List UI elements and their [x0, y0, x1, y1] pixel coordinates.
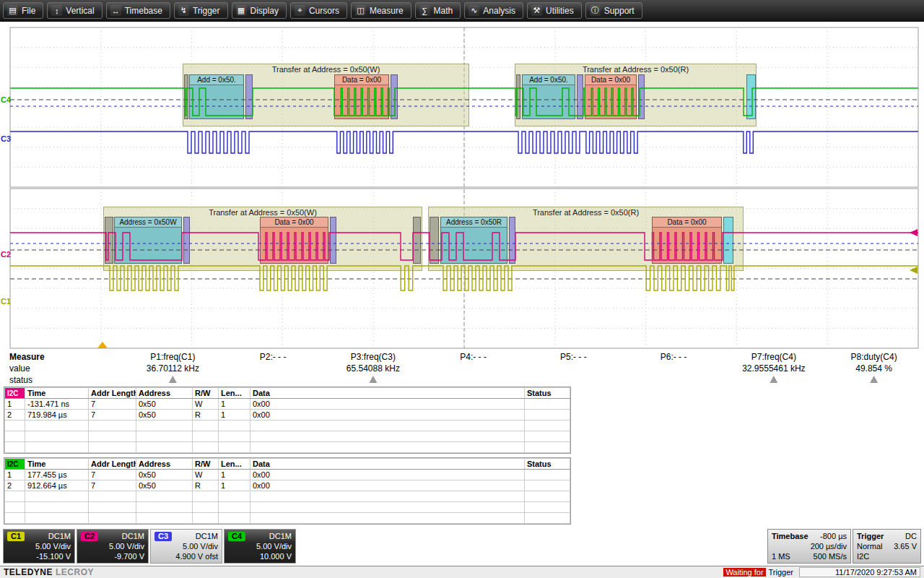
column-header: Address [136, 388, 193, 399]
bus-badge-i2c: I2C [5, 459, 25, 469]
acquisition-status-text: Trigger [769, 568, 793, 577]
decode-cell: 7 [89, 410, 136, 420]
measure-param-2[interactable]: P2:- - - [223, 352, 323, 362]
menu-file-button[interactable]: ▤File [3, 2, 43, 19]
measure-param-6[interactable]: P6:- - - [624, 352, 724, 362]
trace-label-c2[interactable]: C2 [1, 250, 11, 259]
decode-cell [250, 420, 525, 431]
column-header: Len... [219, 388, 250, 399]
timebase-summary[interactable]: Timebase -800 µs 200 µs/div 1 MS 500 MS/… [767, 529, 851, 564]
channel-descriptor-c2[interactable]: C2DC1M5.00 V/div-9.700 V [77, 529, 149, 564]
decode-cell [89, 442, 136, 453]
decode-cell [25, 491, 89, 502]
c1-level-arrow [910, 267, 918, 274]
menu-label: File [22, 6, 35, 16]
acquisition-status-highlight: Waiting for [723, 568, 765, 577]
decode-cell: W [193, 470, 219, 480]
decode-row-empty [5, 431, 570, 442]
decode-cell [89, 513, 136, 524]
measure-status [123, 375, 223, 385]
decode-cell [5, 431, 25, 442]
decode-cell [89, 420, 136, 431]
decode-cell: 719.984 µs [25, 410, 89, 420]
decode-cell: R [193, 410, 219, 420]
timebase-samples: 1 MS [772, 551, 790, 561]
measure-param-7[interactable]: P7:freq(C4) [724, 352, 824, 362]
measure-name-row: MeasureP1:freq(C1)P2:- - -P3:freq(C3)P4:… [0, 351, 924, 363]
menu-label: Analysis [483, 6, 515, 16]
trace-label-c4[interactable]: C4 [1, 95, 11, 104]
menu-label: Measure [370, 6, 404, 16]
decode-row[interactable]: 2719.984 µs70x50R10x00 [5, 410, 570, 420]
decode-cell: -131.471 ns [25, 399, 89, 410]
menu-display-button[interactable]: ▦Display [232, 2, 287, 19]
decode-cell: 0x00 [250, 399, 525, 410]
decode-cell [89, 502, 136, 513]
waveform-display[interactable]: Transfer at Address = 0x50(W) Add = 0x50… [0, 22, 924, 352]
decode-cell: 7 [89, 470, 136, 480]
decode-cell [5, 442, 25, 453]
scale-label: 5.00 V/div [7, 541, 71, 551]
menu-support-button[interactable]: ⓘSupport [585, 2, 642, 19]
warning-icon [369, 376, 377, 383]
decode-cell: 1 [219, 480, 250, 491]
math-icon: ∑ [419, 5, 430, 16]
decode-cell [525, 491, 570, 502]
trigger-source: I2C [857, 551, 869, 561]
decode-row[interactable]: 1-131.471 ns70x50W10x00 [5, 399, 570, 410]
bus-badge-i2c: I2C [5, 388, 25, 398]
trigger-summary[interactable]: Trigger DC Normal 3.65 V I2C [853, 529, 921, 564]
channel-descriptor-c4[interactable]: C4DC1M5.00 V/div10.000 V [224, 529, 296, 564]
decode-cell [250, 502, 525, 513]
decode-cell [193, 491, 219, 502]
decode-cell: 0x50 [136, 410, 193, 420]
trigger-mode: Normal [857, 541, 882, 551]
decode-row-empty [5, 491, 570, 502]
decode-cell [250, 491, 525, 502]
menu-vertical-button[interactable]: ↕Vertical [47, 2, 102, 19]
timebase-samplerate: 500 MS/s [814, 551, 847, 561]
decode-cell: 1 [5, 399, 25, 410]
offset-label: -9.700 V [81, 551, 144, 561]
decode-row[interactable]: 1177.455 µs70x50W10x00 [5, 470, 570, 480]
decode-cell: 0x00 [250, 410, 525, 420]
measure-readout: MeasureP1:freq(C1)P2:- - -P3:freq(C3)P4:… [0, 351, 924, 386]
decode-cell: R [193, 480, 219, 491]
timebase-icon: ↔ [110, 5, 121, 16]
decode-cell [219, 502, 250, 513]
brand-logo: TELEDYNELECROY [4, 567, 94, 577]
decode-cell [25, 502, 89, 513]
menu-measure-button[interactable]: ◫Measure [351, 2, 411, 19]
channel-descriptor-c1[interactable]: C1DC1M5.00 V/div-15.100 V [3, 529, 75, 564]
menu-trigger-button[interactable]: ↯Trigger [174, 2, 228, 19]
warning-icon [169, 376, 177, 383]
menu-utilities-button[interactable]: ⚒Utilities [527, 2, 582, 19]
decode-cell: 0x50 [136, 470, 193, 480]
menu-analysis-button[interactable]: ∿Analysis [464, 2, 523, 19]
channel-descriptor-c3[interactable]: C3DC1M5.00 V/div4.900 V ofst [150, 529, 222, 564]
coupling-label: DC1M [196, 531, 218, 541]
menu-math-button[interactable]: ∑Math [415, 2, 461, 19]
decode-row[interactable]: 2912.664 µs70x50R10x00 [5, 480, 570, 491]
timebase-scale: 200 µs/div [811, 541, 847, 551]
measure-param-4[interactable]: P4:- - - [423, 352, 523, 362]
trace-label-c3[interactable]: C3 [1, 134, 11, 143]
decode-cell [525, 513, 570, 524]
menu-label: Support [604, 6, 635, 16]
decode-row-empty [5, 442, 570, 453]
measure-param-8[interactable]: P8:duty(C4) [824, 352, 924, 362]
menu-timebase-button[interactable]: ↔Timebase [106, 2, 170, 19]
column-header: Status [525, 459, 570, 470]
decode-row-empty [5, 420, 570, 431]
column-header: Address [136, 459, 193, 470]
measure-param-5[interactable]: P5:- - - [523, 352, 624, 362]
measure-param-3[interactable]: P3:freq(C3) [323, 352, 424, 362]
decode-cell [525, 442, 570, 453]
decode-cell [193, 420, 219, 431]
decode-cell [219, 431, 250, 442]
trace-label-c1[interactable]: C1 [1, 297, 11, 306]
decode-cell [89, 431, 136, 442]
measure-param-1[interactable]: P1:freq(C1) [123, 352, 223, 362]
decode-cell [219, 442, 250, 453]
menu-cursors-button[interactable]: ⌖Cursors [290, 2, 347, 19]
